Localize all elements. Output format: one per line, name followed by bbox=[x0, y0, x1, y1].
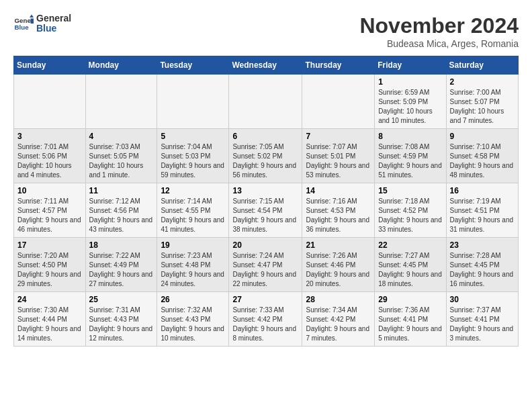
calendar-cell: 22Sunrise: 7:27 AM Sunset: 4:45 PM Dayli… bbox=[375, 238, 446, 292]
day-info: Sunrise: 7:37 AM Sunset: 4:41 PM Dayligh… bbox=[450, 306, 515, 343]
day-number: 3 bbox=[17, 132, 82, 141]
calendar-cell: 1Sunrise: 6:59 AM Sunset: 5:09 PM Daylig… bbox=[375, 75, 446, 129]
calendar-cell: 29Sunrise: 7:36 AM Sunset: 4:41 PM Dayli… bbox=[375, 292, 446, 347]
calendar-cell: 11Sunrise: 7:12 AM Sunset: 4:56 PM Dayli… bbox=[85, 183, 157, 238]
day-info: Sunrise: 7:16 AM Sunset: 4:53 PM Dayligh… bbox=[306, 197, 371, 234]
day-info: Sunrise: 7:33 AM Sunset: 4:42 PM Dayligh… bbox=[232, 306, 298, 343]
calendar-cell: 18Sunrise: 7:22 AM Sunset: 4:49 PM Dayli… bbox=[85, 238, 157, 292]
calendar-title: November 2024 bbox=[359, 13, 519, 38]
calendar-cell: 26Sunrise: 7:32 AM Sunset: 4:43 PM Dayli… bbox=[157, 292, 229, 347]
week-row-1: 1Sunrise: 6:59 AM Sunset: 5:09 PM Daylig… bbox=[14, 75, 519, 129]
day-number: 15 bbox=[378, 186, 442, 195]
calendar-cell: 9Sunrise: 7:10 AM Sunset: 4:58 PM Daylig… bbox=[446, 129, 518, 183]
day-info: Sunrise: 7:26 AM Sunset: 4:46 PM Dayligh… bbox=[306, 251, 371, 289]
day-info: Sunrise: 7:00 AM Sunset: 5:07 PM Dayligh… bbox=[450, 88, 515, 126]
calendar-cell: 8Sunrise: 7:08 AM Sunset: 4:59 PM Daylig… bbox=[375, 129, 446, 183]
calendar-cell: 5Sunrise: 7:04 AM Sunset: 5:03 PM Daylig… bbox=[157, 129, 229, 183]
day-number: 4 bbox=[89, 132, 154, 141]
calendar-table: SundayMondayTuesdayWednesdayThursdayFrid… bbox=[13, 56, 519, 347]
calendar-cell: 25Sunrise: 7:31 AM Sunset: 4:43 PM Dayli… bbox=[85, 292, 157, 347]
week-row-3: 10Sunrise: 7:11 AM Sunset: 4:57 PM Dayli… bbox=[14, 183, 519, 238]
day-number: 23 bbox=[450, 240, 515, 250]
day-info: Sunrise: 7:08 AM Sunset: 4:59 PM Dayligh… bbox=[378, 142, 442, 180]
calendar-cell: 23Sunrise: 7:28 AM Sunset: 4:45 PM Dayli… bbox=[446, 238, 518, 292]
day-info: Sunrise: 7:01 AM Sunset: 5:06 PM Dayligh… bbox=[17, 142, 82, 180]
day-number: 30 bbox=[450, 295, 515, 304]
weekday-header-monday: Monday bbox=[85, 56, 157, 75]
svg-marker-2 bbox=[30, 15, 34, 18]
calendar-cell: 16Sunrise: 7:19 AM Sunset: 4:51 PM Dayli… bbox=[446, 183, 518, 238]
calendar-cell: 21Sunrise: 7:26 AM Sunset: 4:46 PM Dayli… bbox=[302, 238, 375, 292]
day-number: 27 bbox=[232, 295, 298, 304]
day-info: Sunrise: 7:36 AM Sunset: 4:41 PM Dayligh… bbox=[378, 306, 442, 343]
day-info: Sunrise: 7:27 AM Sunset: 4:45 PM Dayligh… bbox=[378, 251, 442, 289]
calendar-cell: 7Sunrise: 7:07 AM Sunset: 5:01 PM Daylig… bbox=[302, 129, 375, 183]
weekday-header-row: SundayMondayTuesdayWednesdayThursdayFrid… bbox=[14, 56, 519, 75]
day-info: Sunrise: 7:12 AM Sunset: 4:56 PM Dayligh… bbox=[89, 197, 154, 234]
day-number: 14 bbox=[306, 186, 371, 195]
calendar-cell: 24Sunrise: 7:30 AM Sunset: 4:44 PM Dayli… bbox=[14, 292, 86, 347]
day-number: 16 bbox=[450, 186, 515, 195]
calendar-cell: 10Sunrise: 7:11 AM Sunset: 4:57 PM Dayli… bbox=[14, 183, 86, 238]
week-row-2: 3Sunrise: 7:01 AM Sunset: 5:06 PM Daylig… bbox=[14, 129, 519, 183]
day-number: 6 bbox=[232, 132, 298, 141]
day-number: 29 bbox=[378, 295, 442, 304]
day-number: 21 bbox=[306, 240, 371, 250]
page-header: General Blue General Blue November 2024 … bbox=[13, 13, 519, 49]
svg-marker-3 bbox=[31, 19, 34, 24]
day-number: 13 bbox=[232, 186, 298, 195]
day-info: Sunrise: 7:18 AM Sunset: 4:52 PM Dayligh… bbox=[378, 197, 442, 234]
title-block: November 2024 Budeasa Mica, Arges, Roman… bbox=[359, 13, 519, 49]
calendar-cell: 17Sunrise: 7:20 AM Sunset: 4:50 PM Dayli… bbox=[14, 238, 86, 292]
day-number: 20 bbox=[232, 240, 298, 250]
day-info: Sunrise: 7:05 AM Sunset: 5:02 PM Dayligh… bbox=[232, 142, 298, 180]
calendar-cell: 4Sunrise: 7:03 AM Sunset: 5:05 PM Daylig… bbox=[85, 129, 157, 183]
logo-blue: Blue bbox=[36, 24, 71, 34]
calendar-subtitle: Budeasa Mica, Arges, Romania bbox=[359, 38, 519, 49]
calendar-cell: 6Sunrise: 7:05 AM Sunset: 5:02 PM Daylig… bbox=[229, 129, 302, 183]
calendar-cell bbox=[14, 75, 86, 129]
calendar-cell: 3Sunrise: 7:01 AM Sunset: 5:06 PM Daylig… bbox=[14, 129, 86, 183]
day-info: Sunrise: 7:28 AM Sunset: 4:45 PM Dayligh… bbox=[450, 251, 515, 289]
calendar-cell: 2Sunrise: 7:00 AM Sunset: 5:07 PM Daylig… bbox=[446, 75, 518, 129]
day-number: 19 bbox=[161, 240, 225, 250]
day-number: 7 bbox=[306, 132, 371, 141]
calendar-cell: 27Sunrise: 7:33 AM Sunset: 4:42 PM Dayli… bbox=[229, 292, 302, 347]
weekday-header-tuesday: Tuesday bbox=[157, 56, 229, 75]
day-number: 1 bbox=[378, 77, 442, 87]
logo-general: General bbox=[36, 13, 71, 24]
day-number: 8 bbox=[378, 132, 442, 141]
week-row-4: 17Sunrise: 7:20 AM Sunset: 4:50 PM Dayli… bbox=[14, 238, 519, 292]
day-info: Sunrise: 7:23 AM Sunset: 4:48 PM Dayligh… bbox=[161, 251, 225, 289]
calendar-cell bbox=[157, 75, 229, 129]
day-info: Sunrise: 7:34 AM Sunset: 4:42 PM Dayligh… bbox=[306, 306, 371, 343]
day-info: Sunrise: 7:04 AM Sunset: 5:03 PM Dayligh… bbox=[161, 142, 225, 180]
day-number: 28 bbox=[306, 295, 371, 304]
day-number: 18 bbox=[89, 240, 154, 250]
day-info: Sunrise: 7:22 AM Sunset: 4:49 PM Dayligh… bbox=[89, 251, 154, 289]
calendar-cell: 28Sunrise: 7:34 AM Sunset: 4:42 PM Dayli… bbox=[302, 292, 375, 347]
calendar-cell: 20Sunrise: 7:24 AM Sunset: 4:47 PM Dayli… bbox=[229, 238, 302, 292]
day-number: 22 bbox=[378, 240, 442, 250]
day-number: 11 bbox=[89, 186, 154, 195]
day-number: 5 bbox=[161, 132, 225, 141]
weekday-header-saturday: Saturday bbox=[446, 56, 518, 75]
day-info: Sunrise: 7:03 AM Sunset: 5:05 PM Dayligh… bbox=[89, 142, 154, 180]
week-row-5: 24Sunrise: 7:30 AM Sunset: 4:44 PM Dayli… bbox=[14, 292, 519, 347]
day-info: Sunrise: 6:59 AM Sunset: 5:09 PM Dayligh… bbox=[378, 88, 442, 126]
day-number: 17 bbox=[17, 240, 82, 250]
logo-icon: General Blue bbox=[13, 13, 34, 34]
day-number: 26 bbox=[161, 295, 225, 304]
day-info: Sunrise: 7:11 AM Sunset: 4:57 PM Dayligh… bbox=[17, 197, 82, 234]
day-info: Sunrise: 7:19 AM Sunset: 4:51 PM Dayligh… bbox=[450, 197, 515, 234]
calendar-cell: 12Sunrise: 7:14 AM Sunset: 4:55 PM Dayli… bbox=[157, 183, 229, 238]
calendar-cell: 15Sunrise: 7:18 AM Sunset: 4:52 PM Dayli… bbox=[375, 183, 446, 238]
day-info: Sunrise: 7:24 AM Sunset: 4:47 PM Dayligh… bbox=[232, 251, 298, 289]
calendar-cell: 14Sunrise: 7:16 AM Sunset: 4:53 PM Dayli… bbox=[302, 183, 375, 238]
logo: General Blue General Blue bbox=[13, 13, 71, 34]
day-info: Sunrise: 7:15 AM Sunset: 4:54 PM Dayligh… bbox=[232, 197, 298, 234]
svg-text:Blue: Blue bbox=[15, 24, 30, 31]
calendar-cell: 19Sunrise: 7:23 AM Sunset: 4:48 PM Dayli… bbox=[157, 238, 229, 292]
day-number: 9 bbox=[450, 132, 515, 141]
day-info: Sunrise: 7:07 AM Sunset: 5:01 PM Dayligh… bbox=[306, 142, 371, 180]
